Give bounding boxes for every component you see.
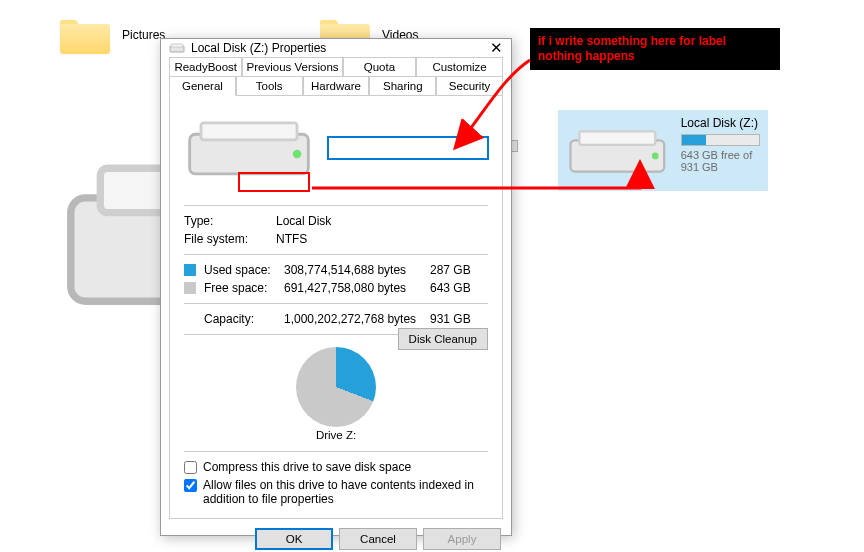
drive-icon — [184, 106, 314, 191]
tab-tools[interactable]: Tools — [236, 76, 303, 96]
drive-label-input[interactable] — [328, 137, 488, 159]
svg-rect-9 — [201, 123, 297, 140]
compress-checkbox[interactable] — [184, 461, 197, 474]
index-checkbox[interactable] — [184, 479, 197, 492]
close-icon[interactable]: ✕ — [473, 39, 503, 57]
folder-tile-pictures[interactable]: Pictures — [60, 16, 165, 54]
used-bytes: 308,774,514,688 bytes — [284, 263, 430, 277]
drive-icon — [169, 40, 185, 56]
folder-icon — [60, 16, 110, 54]
type-key: Type: — [184, 214, 276, 228]
tab-general[interactable]: General — [169, 76, 236, 96]
used-swatch — [184, 264, 196, 276]
svg-rect-7 — [171, 44, 183, 47]
used-key: Used space: — [204, 263, 284, 277]
cancel-button[interactable]: Cancel — [339, 528, 417, 550]
free-bytes: 691,427,758,080 bytes — [284, 281, 430, 295]
capacity-bytes: 1,000,202,272,768 bytes — [284, 312, 430, 326]
index-checkbox-row[interactable]: Allow files on this drive to have conten… — [184, 478, 488, 506]
free-swatch — [184, 282, 196, 294]
tab-strip: ReadyBoost Previous Versions Quota Custo… — [161, 57, 511, 96]
capacity-gb: 931 GB — [430, 312, 488, 326]
folder-label: Pictures — [122, 28, 165, 42]
compress-label: Compress this drive to save disk space — [203, 460, 411, 474]
capacity-key: Capacity: — [204, 312, 284, 326]
tab-sharing[interactable]: Sharing — [369, 76, 436, 96]
pie-label: Drive Z: — [184, 429, 488, 441]
drive-name: Local Disk (Z:) — [681, 116, 760, 130]
filesystem-key: File system: — [184, 232, 276, 246]
drive-subtext: 643 GB free of 931 GB — [681, 149, 760, 173]
properties-dialog: Local Disk (Z:) Properties ✕ ReadyBoost … — [160, 38, 512, 536]
dialog-title: Local Disk (Z:) Properties — [191, 41, 473, 55]
drive-usage-bar — [681, 134, 760, 146]
tab-customize[interactable]: Customize — [416, 57, 503, 76]
usage-pie-chart — [296, 347, 376, 427]
tab-security[interactable]: Security — [436, 76, 503, 96]
drive-icon — [566, 118, 669, 185]
tab-quota[interactable]: Quota — [343, 57, 416, 76]
tab-hardware[interactable]: Hardware — [303, 76, 370, 96]
annotation-note: if i write something here for label noth… — [530, 28, 780, 70]
index-label: Allow files on this drive to have conten… — [203, 478, 488, 506]
dialog-button-row: OK Cancel Apply — [161, 520, 511, 552]
titlebar[interactable]: Local Disk (Z:) Properties ✕ — [161, 39, 511, 57]
tab-previous-versions[interactable]: Previous Versions — [242, 57, 342, 76]
svg-point-10 — [293, 150, 301, 158]
svg-rect-4 — [579, 131, 655, 144]
disk-cleanup-button[interactable]: Disk Cleanup — [398, 328, 488, 350]
free-gb: 643 GB — [430, 281, 488, 295]
free-key: Free space: — [204, 281, 284, 295]
tab-panel-general: Type:Local Disk File system:NTFS Used sp… — [169, 95, 503, 519]
ok-button[interactable]: OK — [255, 528, 333, 550]
apply-button[interactable]: Apply — [423, 528, 501, 550]
svg-point-5 — [652, 153, 659, 160]
type-value: Local Disk — [276, 214, 331, 228]
filesystem-value: NTFS — [276, 232, 307, 246]
tab-readyboost[interactable]: ReadyBoost — [169, 57, 242, 76]
drive-tile-z[interactable]: Local Disk (Z:) 643 GB free of 931 GB — [558, 110, 768, 191]
used-gb: 287 GB — [430, 263, 488, 277]
compress-checkbox-row[interactable]: Compress this drive to save disk space — [184, 460, 488, 474]
